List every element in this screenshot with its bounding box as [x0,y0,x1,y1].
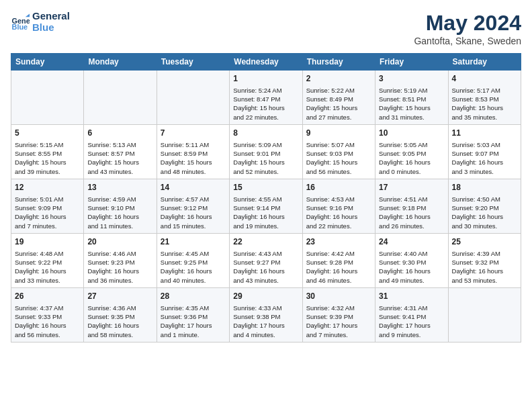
calendar-cell: 17Sunrise: 4:51 AM Sunset: 9:18 PM Dayli… [375,179,448,233]
calendar-cell: 12Sunrise: 5:01 AM Sunset: 9:09 PM Dayli… [11,179,84,233]
calendar-cell: 16Sunrise: 4:53 AM Sunset: 9:16 PM Dayli… [302,179,375,233]
cell-content: Sunrise: 4:45 AM Sunset: 9:25 PM Dayligh… [161,249,226,285]
cell-content: Sunrise: 4:43 AM Sunset: 9:27 PM Dayligh… [233,249,298,285]
calendar-table: SundayMondayTuesdayWednesdayThursdayFrid… [11,53,521,342]
day-number: 30 [306,291,371,302]
day-number: 15 [233,182,298,193]
calendar-week-row: 12Sunrise: 5:01 AM Sunset: 9:09 PM Dayli… [11,179,521,233]
logo-line2: Blue [32,22,70,34]
cell-content: Sunrise: 4:39 AM Sunset: 9:32 PM Dayligh… [452,249,517,285]
calendar-cell: 25Sunrise: 4:39 AM Sunset: 9:32 PM Dayli… [448,233,521,287]
day-number: 11 [452,128,517,139]
weekday-header: Friday [375,54,448,71]
day-number: 14 [161,182,226,193]
cell-content: Sunrise: 4:59 AM Sunset: 9:10 PM Dayligh… [87,195,152,230]
day-number: 31 [379,291,444,302]
logo-icon: General Blue [11,13,30,32]
calendar-cell: 11Sunrise: 5:03 AM Sunset: 9:07 PM Dayli… [448,124,521,179]
title-block: May 2024 Gantofta, Skane, Sweden [414,11,521,46]
day-number: 24 [379,236,444,248]
weekday-header: Monday [84,54,157,71]
cell-content: Sunrise: 5:03 AM Sunset: 9:07 PM Dayligh… [452,140,517,176]
calendar-cell: 13Sunrise: 4:59 AM Sunset: 9:10 PM Dayli… [84,179,157,233]
calendar-cell: 31Sunrise: 4:31 AM Sunset: 9:41 PM Dayli… [375,287,448,342]
cell-content: Sunrise: 4:32 AM Sunset: 9:39 PM Dayligh… [306,304,371,339]
svg-text:Blue: Blue [12,22,28,30]
calendar-subtitle: Gantofta, Skane, Sweden [414,36,521,46]
calendar-cell: 22Sunrise: 4:43 AM Sunset: 9:27 PM Dayli… [230,233,302,287]
cell-content: Sunrise: 5:15 AM Sunset: 8:55 PM Dayligh… [15,140,80,176]
calendar-cell: 18Sunrise: 4:50 AM Sunset: 9:20 PM Dayli… [448,179,521,233]
day-number: 20 [87,236,152,248]
calendar-cell: 9Sunrise: 5:07 AM Sunset: 9:03 PM Daylig… [302,124,375,179]
cell-content: Sunrise: 5:11 AM Sunset: 8:59 PM Dayligh… [161,140,226,176]
day-number: 25 [452,236,517,248]
day-number: 26 [15,291,80,302]
cell-content: Sunrise: 5:22 AM Sunset: 8:49 PM Dayligh… [306,86,371,122]
day-number: 27 [87,291,152,302]
cell-content: Sunrise: 4:35 AM Sunset: 9:36 PM Dayligh… [161,304,226,339]
weekday-header: Sunday [11,54,84,71]
calendar-cell: 23Sunrise: 4:42 AM Sunset: 9:28 PM Dayli… [302,233,375,287]
logo-line1: General [32,11,70,22]
calendar-cell: 10Sunrise: 5:05 AM Sunset: 9:05 PM Dayli… [375,124,448,179]
cell-content: Sunrise: 4:40 AM Sunset: 9:30 PM Dayligh… [379,249,444,285]
calendar-cell [11,71,84,125]
cell-content: Sunrise: 4:50 AM Sunset: 9:20 PM Dayligh… [452,195,517,230]
calendar-week-row: 26Sunrise: 4:37 AM Sunset: 9:33 PM Dayli… [11,287,521,342]
calendar-cell: 27Sunrise: 4:36 AM Sunset: 9:35 PM Dayli… [84,287,157,342]
cell-content: Sunrise: 4:31 AM Sunset: 9:41 PM Dayligh… [379,304,444,339]
weekday-header: Tuesday [157,54,229,71]
calendar-cell: 7Sunrise: 5:11 AM Sunset: 8:59 PM Daylig… [157,124,229,179]
day-number: 7 [161,128,226,139]
day-number: 3 [379,73,444,85]
cell-content: Sunrise: 4:46 AM Sunset: 9:23 PM Dayligh… [87,249,152,285]
calendar-cell: 28Sunrise: 4:35 AM Sunset: 9:36 PM Dayli… [157,287,229,342]
day-number: 18 [452,182,517,193]
cell-content: Sunrise: 4:37 AM Sunset: 9:33 PM Dayligh… [15,304,80,339]
calendar-title: May 2024 [414,11,521,36]
day-number: 23 [306,236,371,248]
day-number: 4 [452,73,517,85]
cell-content: Sunrise: 5:05 AM Sunset: 9:05 PM Dayligh… [379,140,444,176]
calendar-cell: 21Sunrise: 4:45 AM Sunset: 9:25 PM Dayli… [157,233,229,287]
cell-content: Sunrise: 5:07 AM Sunset: 9:03 PM Dayligh… [306,140,371,176]
logo: General Blue General Blue [11,11,70,33]
calendar-cell [84,71,157,125]
day-number: 12 [15,182,80,193]
day-number: 22 [233,236,298,248]
calendar-cell: 14Sunrise: 4:57 AM Sunset: 9:12 PM Dayli… [157,179,229,233]
calendar-cell: 4Sunrise: 5:17 AM Sunset: 8:53 PM Daylig… [448,71,521,125]
cell-content: Sunrise: 4:57 AM Sunset: 9:12 PM Dayligh… [161,195,226,230]
day-number: 1 [233,73,298,85]
calendar-cell: 2Sunrise: 5:22 AM Sunset: 8:49 PM Daylig… [302,71,375,125]
day-number: 16 [306,182,371,193]
day-number: 2 [306,73,371,85]
calendar-cell: 8Sunrise: 5:09 AM Sunset: 9:01 PM Daylig… [230,124,302,179]
day-number: 8 [233,128,298,139]
weekday-header: Thursday [302,54,375,71]
cell-content: Sunrise: 4:36 AM Sunset: 9:35 PM Dayligh… [87,304,152,339]
calendar-cell: 5Sunrise: 5:15 AM Sunset: 8:55 PM Daylig… [11,124,84,179]
calendar-cell: 30Sunrise: 4:32 AM Sunset: 9:39 PM Dayli… [302,287,375,342]
calendar-cell: 26Sunrise: 4:37 AM Sunset: 9:33 PM Dayli… [11,287,84,342]
cell-content: Sunrise: 4:53 AM Sunset: 9:16 PM Dayligh… [306,195,371,230]
day-number: 6 [87,128,152,139]
day-number: 21 [161,236,226,248]
weekday-header: Saturday [448,54,521,71]
calendar-week-row: 5Sunrise: 5:15 AM Sunset: 8:55 PM Daylig… [11,124,521,179]
day-number: 17 [379,182,444,193]
svg-marker-2 [26,13,30,17]
calendar-cell: 19Sunrise: 4:48 AM Sunset: 9:22 PM Dayli… [11,233,84,287]
cell-content: Sunrise: 4:51 AM Sunset: 9:18 PM Dayligh… [379,195,444,230]
page-header: General Blue General Blue May 2024 Ganto… [11,11,521,46]
calendar-week-row: 19Sunrise: 4:48 AM Sunset: 9:22 PM Dayli… [11,233,521,287]
day-number: 5 [15,128,80,139]
day-number: 28 [161,291,226,302]
day-number: 19 [15,236,80,248]
cell-content: Sunrise: 4:42 AM Sunset: 9:28 PM Dayligh… [306,249,371,285]
calendar-cell: 24Sunrise: 4:40 AM Sunset: 9:30 PM Dayli… [375,233,448,287]
cell-content: Sunrise: 4:55 AM Sunset: 9:14 PM Dayligh… [233,195,298,230]
weekday-header-row: SundayMondayTuesdayWednesdayThursdayFrid… [11,54,521,71]
cell-content: Sunrise: 5:17 AM Sunset: 8:53 PM Dayligh… [452,86,517,122]
